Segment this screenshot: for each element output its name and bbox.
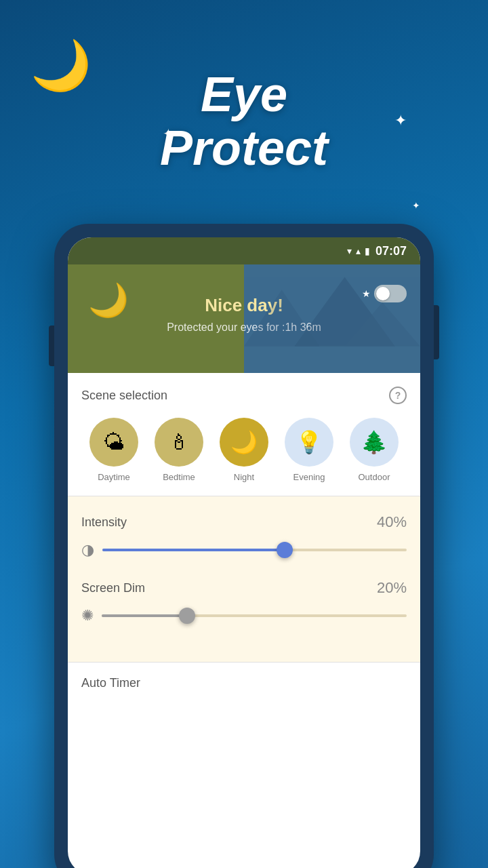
- wifi-icon: ▾: [347, 245, 352, 256]
- phone-frame: ▾ ▴ ▮ 07:07 🌙 ★ Nice day! Protecte: [54, 224, 434, 868]
- screen-dim-slider-row: Screen Dim 20% ✺: [81, 579, 407, 625]
- status-icons: ▾ ▴ ▮: [347, 245, 370, 256]
- evening-icon-bg: 💡: [285, 418, 333, 467]
- signal-icon: ▴: [356, 245, 361, 256]
- bedtime-icon: 🕯: [168, 430, 190, 455]
- outdoor-icon-bg: 🌲: [350, 418, 399, 467]
- intensity-fill: [102, 549, 285, 551]
- screen-dim-track-container: ✺: [81, 607, 407, 625]
- scene-item-daytime[interactable]: 🌤 Daytime: [89, 418, 138, 482]
- outdoor-label: Outdoor: [359, 472, 390, 482]
- intensity-icon: ◑: [81, 541, 94, 559]
- night-label: Night: [234, 472, 254, 482]
- status-time: 07:07: [375, 244, 407, 258]
- phone-volume-button: [49, 326, 54, 366]
- intensity-label: Intensity: [81, 515, 127, 530]
- scene-items-list: 🌤 Daytime 🕯 Bedtime 🌙 Night: [81, 418, 407, 482]
- evening-icon: 💡: [296, 429, 323, 455]
- scene-item-bedtime[interactable]: 🕯 Bedtime: [155, 418, 203, 482]
- night-icon: 🌙: [230, 429, 258, 455]
- screen-dim-value: 20%: [377, 579, 407, 597]
- header-area: 🌙 ★ Nice day! Protected your eyes for :1…: [68, 264, 420, 373]
- night-icon-bg: 🌙: [220, 418, 268, 467]
- header-moon-icon: 🌙: [88, 281, 129, 319]
- intensity-track[interactable]: [102, 549, 407, 551]
- evening-label: Evening: [293, 472, 325, 482]
- daytime-icon-bg: 🌤: [89, 418, 138, 467]
- phone-power-button: [434, 305, 439, 359]
- intensity-slider-header: Intensity 40%: [81, 513, 407, 531]
- screen-dim-thumb[interactable]: [179, 608, 195, 624]
- scene-section-title: Scene selection: [81, 389, 167, 403]
- outdoor-icon: 🌲: [361, 429, 388, 455]
- daytime-label: Daytime: [98, 472, 130, 482]
- scene-item-evening[interactable]: 💡 Evening: [285, 418, 333, 482]
- app-title: Eye Protect: [0, 68, 488, 175]
- help-button[interactable]: ?: [389, 387, 407, 404]
- battery-icon: ▮: [365, 245, 370, 256]
- scene-section-header: Scene selection ?: [81, 387, 407, 404]
- intensity-track-container: ◑: [81, 541, 407, 559]
- toggle-knob: [376, 287, 390, 300]
- bedtime-label: Bedtime: [163, 472, 195, 482]
- intensity-thumb[interactable]: [277, 542, 293, 558]
- daytime-icon: 🌤: [103, 430, 125, 455]
- intensity-value: 40%: [377, 513, 407, 531]
- main-toggle[interactable]: [374, 285, 407, 302]
- mountain-bg: [244, 264, 420, 347]
- screen-dim-track[interactable]: [102, 614, 407, 617]
- scene-item-outdoor[interactable]: 🌲 Outdoor: [350, 418, 399, 482]
- screen-dim-slider-header: Screen Dim 20%: [81, 579, 407, 597]
- sliders-section: Intensity 40% ◑ Screen Dim 20%: [68, 496, 420, 662]
- auto-timer-section: Auto Timer: [68, 662, 420, 704]
- screen-dim-icon: ✺: [81, 607, 94, 625]
- status-bar: ▾ ▴ ▮ 07:07: [68, 237, 420, 264]
- bedtime-icon-bg: 🕯: [155, 418, 203, 467]
- intensity-slider-row: Intensity 40% ◑: [81, 513, 407, 559]
- bg-star-3-icon: ✦: [412, 200, 420, 211]
- phone-screen: ▾ ▴ ▮ 07:07 🌙 ★ Nice day! Protecte: [68, 237, 420, 868]
- toggle-star-icon: ★: [362, 288, 371, 299]
- screen-dim-fill: [102, 614, 187, 617]
- scene-item-night[interactable]: 🌙 Night: [220, 418, 268, 482]
- toggle-container: ★: [362, 285, 407, 302]
- scene-section: Scene selection ? 🌤 Daytime 🕯 Bedtime: [68, 373, 420, 496]
- auto-timer-label: Auto Timer: [81, 676, 140, 690]
- auto-timer-header: Auto Timer: [81, 676, 407, 690]
- screen-dim-label: Screen Dim: [81, 581, 145, 595]
